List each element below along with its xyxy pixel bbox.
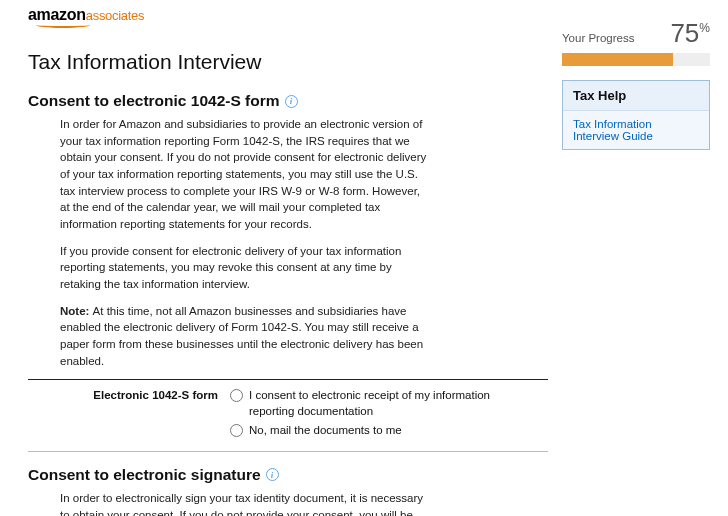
- section-heading: Consent to electronic signature i: [28, 466, 548, 484]
- logo-brand: amazon: [28, 6, 86, 23]
- section-note: Note: At this time, not all Amazon busin…: [60, 303, 430, 370]
- section-1042s: Consent to electronic 1042-S form i In o…: [28, 92, 548, 452]
- page-title: Tax Information Interview: [28, 50, 548, 74]
- section-para: In order to electronically sign your tax…: [60, 490, 430, 516]
- field-input-group: I consent to electronic receipt of my in…: [230, 388, 548, 443]
- tax-help-box: Tax Help Tax Information Interview Guide: [562, 80, 710, 150]
- radio-label[interactable]: I consent to electronic receipt of my in…: [249, 388, 509, 419]
- info-icon[interactable]: i: [285, 95, 298, 108]
- logo-sub: associates: [86, 8, 144, 23]
- radio-label[interactable]: No, mail the documents to me: [249, 423, 402, 439]
- section-heading: Consent to electronic 1042-S form i: [28, 92, 548, 110]
- progress-fill: [562, 53, 673, 66]
- progress-label: Your Progress: [562, 32, 634, 44]
- radio-consent-electronic[interactable]: [230, 389, 243, 402]
- section-para: If you provide consent for electronic de…: [60, 243, 430, 293]
- section-heading-text: Consent to electronic 1042-S form: [28, 92, 280, 110]
- info-icon[interactable]: i: [266, 468, 279, 481]
- logo: amazonassociates: [28, 6, 548, 28]
- section-heading-text: Consent to electronic signature: [28, 466, 261, 484]
- tax-help-title: Tax Help: [563, 81, 709, 111]
- sidebar: Your Progress 75% Tax Help Tax Informati…: [548, 6, 710, 516]
- tax-help-link[interactable]: Tax Information Interview Guide: [563, 111, 709, 149]
- note-text: At this time, not all Amazon businesses …: [60, 305, 423, 367]
- field-row-1042s: Electronic 1042-S form I consent to elec…: [60, 388, 548, 443]
- divider: [28, 379, 548, 380]
- progress-number: 75: [670, 18, 699, 48]
- note-prefix: Note:: [60, 305, 93, 317]
- progress-bar: [562, 53, 710, 66]
- radio-consent-mail[interactable]: [230, 424, 243, 437]
- percent-icon: %: [699, 21, 710, 35]
- field-label: Electronic 1042-S form: [60, 388, 230, 443]
- divider: [28, 451, 548, 452]
- progress-value: 75%: [670, 18, 710, 49]
- section-esign: Consent to electronic signature i In ord…: [28, 466, 548, 516]
- section-para: In order for Amazon and subsidiaries to …: [60, 116, 430, 233]
